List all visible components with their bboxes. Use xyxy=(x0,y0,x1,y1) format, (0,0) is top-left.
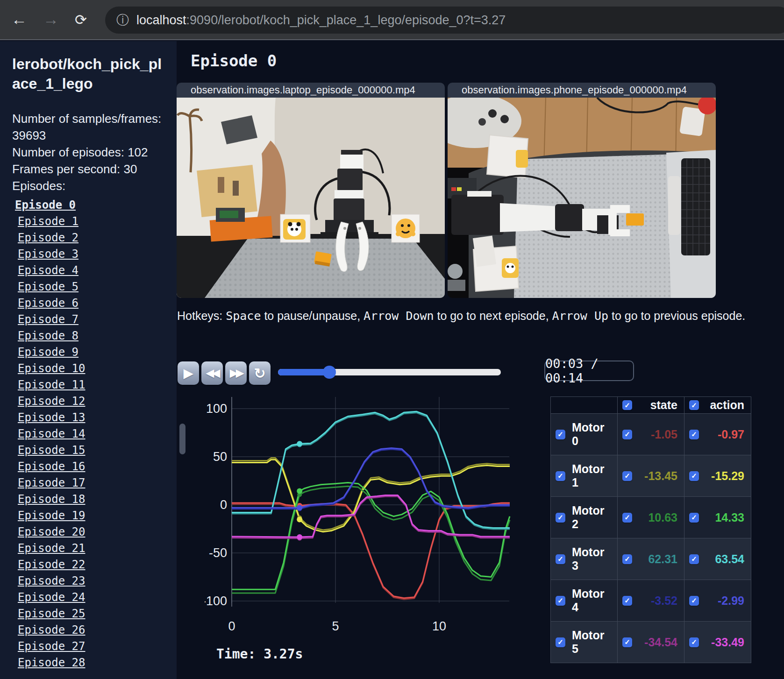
episode-link[interactable]: Episode 23 xyxy=(12,573,177,589)
marker-action xyxy=(297,505,302,510)
box-top-sticker xyxy=(516,150,528,168)
episode-link[interactable]: Episode 16 xyxy=(12,459,177,475)
episode-link[interactable]: Episode 6 xyxy=(12,295,177,311)
motor-name: Motor 4 xyxy=(572,587,611,614)
checkbox[interactable]: ✓ xyxy=(622,471,632,481)
motor-state-cell: ✓10.63 xyxy=(618,497,684,538)
rewind-icon: ◀◀ xyxy=(206,367,218,379)
play-button[interactable]: ▶ xyxy=(178,361,199,385)
seek-slider-thumb[interactable] xyxy=(323,366,336,379)
marker-action xyxy=(297,534,302,540)
arm-shoulder-servo xyxy=(451,195,504,235)
site-info-icon[interactable]: ⓘ xyxy=(116,12,129,28)
video-title-phone: observation.images.phone_episode_000000.… xyxy=(448,83,716,98)
episode-link[interactable]: Episode 7 xyxy=(12,311,177,328)
episode-link[interactable]: Episode 9 xyxy=(12,344,177,361)
episode-link[interactable]: Episode 3 xyxy=(12,246,177,262)
rewind-button[interactable]: ◀◀ xyxy=(201,361,223,385)
checkbox[interactable]: ✓ xyxy=(556,554,565,564)
checkbox[interactable]: ✓ xyxy=(622,513,632,523)
motor-action-cell: ✓63.54 xyxy=(684,538,751,580)
motor-action-value: -0.97 xyxy=(718,428,744,441)
reload-icon[interactable]: ⟳ xyxy=(75,11,87,28)
episode-link[interactable]: Episode 14 xyxy=(12,426,177,442)
state-col-header: state xyxy=(650,398,677,412)
motor-name-cell: ✓Motor 0 xyxy=(551,414,618,455)
scrollbar-thumb[interactable] xyxy=(179,424,185,454)
episode-link[interactable]: Episode 26 xyxy=(12,622,177,638)
checkbox[interactable]: ✓ xyxy=(689,430,699,439)
episode-link[interactable]: Episode 27 xyxy=(12,638,177,655)
episode-link[interactable]: Episode 5 xyxy=(12,279,177,295)
url-path: :9090/lerobot/koch_pick_place_1_lego/epi… xyxy=(186,13,506,27)
checkbox[interactable]: ✓ xyxy=(689,471,699,481)
episode-link[interactable]: Episode 28 xyxy=(12,655,177,671)
checkbox[interactable]: ✓ xyxy=(556,471,565,481)
episode-link[interactable]: Episode 13 xyxy=(12,410,177,426)
episode-link[interactable]: Episode 11 xyxy=(12,377,177,393)
episode-link[interactable]: Episode 24 xyxy=(12,589,177,606)
episode-link[interactable]: Episode 10 xyxy=(12,361,177,377)
forward-icon[interactable]: → xyxy=(43,10,59,28)
episodes-label: Episodes: xyxy=(12,179,65,193)
episode-link[interactable]: Episode 15 xyxy=(12,442,177,459)
checkbox[interactable]: ✓ xyxy=(622,637,632,647)
episode-link[interactable]: Episode 12 xyxy=(12,393,177,410)
y-tick-label: -100 xyxy=(205,594,227,608)
controller-stick xyxy=(478,118,486,126)
back-icon[interactable]: ← xyxy=(11,10,27,28)
hotkeys-prefix: Hotkeys: xyxy=(177,309,226,322)
episode-link[interactable]: Episode 1 xyxy=(12,213,177,230)
checkbox[interactable]: ✓ xyxy=(689,637,699,647)
checkbox[interactable]: ✓ xyxy=(556,430,565,439)
loop-icon: ↻ xyxy=(254,365,265,382)
episode-link[interactable]: Episode 4 xyxy=(12,262,177,279)
checkbox[interactable]: ✓ xyxy=(622,554,632,564)
episode-link[interactable]: Episode 0 xyxy=(12,197,177,213)
loop-button[interactable]: ↻ xyxy=(249,361,271,385)
checkbox[interactable]: ✓ xyxy=(622,400,632,410)
episode-link[interactable]: Episode 20 xyxy=(12,524,177,540)
motor-action-value: -2.99 xyxy=(718,594,744,608)
address-bar[interactable]: ⓘ localhost:9090/lerobot/koch_pick_place… xyxy=(105,7,784,34)
checkbox[interactable]: ✓ xyxy=(556,637,565,647)
robot-servo-upper xyxy=(337,169,363,191)
checkbox[interactable]: ✓ xyxy=(689,400,699,410)
hotkeys-mid1: to pause/unpause, xyxy=(261,309,363,322)
motor-action-cell: ✓-0.97 xyxy=(684,414,751,455)
smiley-eye-right xyxy=(407,224,410,227)
checkbox[interactable]: ✓ xyxy=(622,430,632,439)
checkbox[interactable]: ✓ xyxy=(556,596,565,606)
episode-link[interactable]: Episode 17 xyxy=(12,475,177,491)
controller-button-1 xyxy=(488,109,497,118)
gripper-palm xyxy=(608,209,617,235)
motor-state-value: -34.54 xyxy=(644,636,677,649)
robot-servo-lower xyxy=(334,198,364,222)
seek-slider[interactable] xyxy=(278,369,501,375)
video-panel-phone: observation.images.phone_episode_000000.… xyxy=(448,83,716,298)
episode-link[interactable]: Episode 21 xyxy=(12,540,177,557)
episode-link[interactable]: Episode 25 xyxy=(12,606,177,622)
motor-row: ✓Motor 1✓-13.45✓-15.29 xyxy=(551,455,751,497)
episode-link[interactable]: Episode 19 xyxy=(12,508,177,524)
episode-link[interactable]: Episode 2 xyxy=(12,230,177,246)
laptop-trackpad xyxy=(668,176,680,235)
checkbox[interactable]: ✓ xyxy=(556,513,565,523)
checkbox[interactable]: ✓ xyxy=(689,596,699,606)
video-laptop-scene xyxy=(177,98,445,298)
episode-link[interactable]: Episode 8 xyxy=(12,328,177,344)
checkbox[interactable]: ✓ xyxy=(622,596,632,606)
smiley-eye-left xyxy=(401,224,404,227)
motor-state-cell: ✓-34.54 xyxy=(618,622,684,663)
line-motor-3-action xyxy=(232,411,510,528)
episode-link[interactable]: Episode 18 xyxy=(12,491,177,508)
checkbox[interactable]: ✓ xyxy=(689,513,699,523)
motor-state-value: 10.63 xyxy=(648,511,677,524)
episode-link[interactable]: Episode 22 xyxy=(12,557,177,573)
motor-row: ✓Motor 3✓62.31✓63.54 xyxy=(551,538,751,580)
checkbox[interactable]: ✓ xyxy=(689,554,699,564)
y-tick-label: 0 xyxy=(220,498,227,512)
fast-forward-button[interactable]: ▶▶ xyxy=(225,361,247,385)
browser-toolbar: ← → ⟳ ⓘ localhost:9090/lerobot/koch_pick… xyxy=(0,0,784,40)
motor-state-cell: ✓-1.05 xyxy=(618,414,684,455)
